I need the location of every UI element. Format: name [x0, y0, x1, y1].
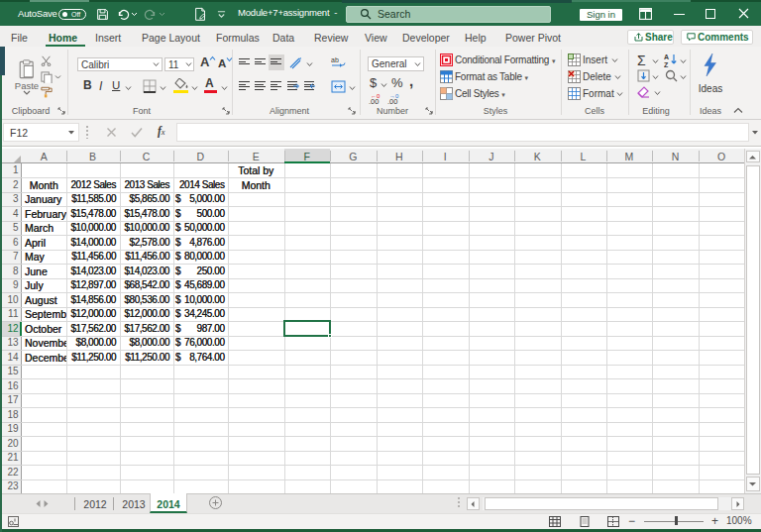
svg-text:←0: ←0 — [371, 93, 380, 99]
svg-text:A: A — [664, 53, 669, 60]
svg-text:ab: ab — [331, 56, 339, 63]
svg-text:Z: Z — [664, 61, 669, 67]
svg-text:→0: →0 — [389, 93, 399, 99]
